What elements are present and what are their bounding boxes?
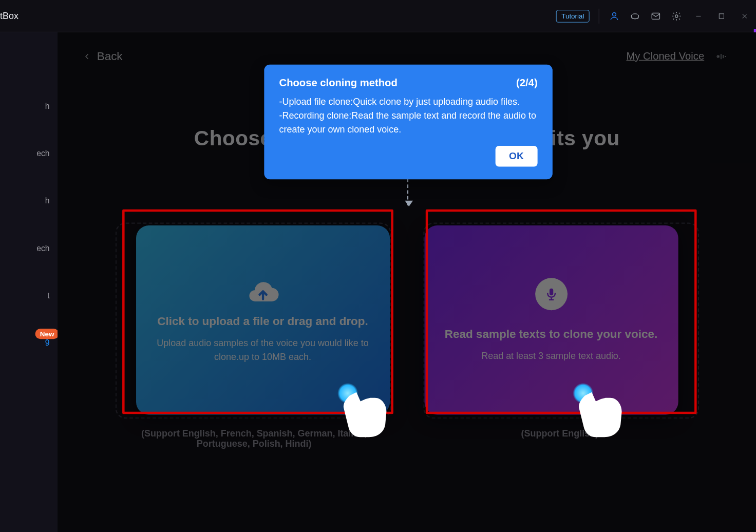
app-title: tBox [0, 11, 18, 21]
svg-point-2 [675, 14, 678, 17]
nav-item[interactable]: h [0, 96, 58, 116]
tutorial-tooltip: Choose cloning method (2/4) -Upload file… [264, 65, 553, 179]
tooltip-line2: -Recording clone:Read the sample text an… [279, 109, 538, 137]
tooltip-title: Choose cloning method [279, 77, 398, 89]
window-minimize-icon[interactable] [691, 9, 705, 23]
svg-rect-3 [719, 13, 724, 18]
divider [599, 8, 599, 23]
tooltip-step: (2/4) [516, 77, 538, 89]
nav-item[interactable]: ech [0, 238, 58, 258]
mail-icon[interactable] [650, 10, 662, 22]
side-nav: h ech h ech t 9 [0, 32, 58, 532]
window-close-icon[interactable] [738, 9, 751, 23]
highlight-record [426, 210, 697, 414]
window-maximize-icon[interactable] [714, 9, 728, 23]
nav-item-active[interactable]: 9 [0, 332, 58, 353]
nav-item[interactable]: h [0, 191, 58, 211]
title-bar: tBox Tutorial [0, 0, 756, 32]
tooltip-ok-button[interactable]: OK [495, 146, 538, 166]
discord-icon[interactable] [629, 10, 640, 22]
tooltip-connector [407, 179, 408, 205]
highlight-upload [122, 210, 393, 414]
gear-icon[interactable] [671, 10, 682, 22]
svg-rect-1 [652, 13, 659, 19]
nav-item[interactable]: t [0, 285, 58, 306]
tutorial-button[interactable]: Tutorial [556, 10, 590, 23]
nav-item[interactable]: ech [0, 143, 58, 164]
svg-point-0 [613, 12, 616, 16]
user-icon[interactable] [609, 10, 620, 22]
tooltip-line1: -Upload file clone:Quick clone by just u… [279, 95, 538, 109]
